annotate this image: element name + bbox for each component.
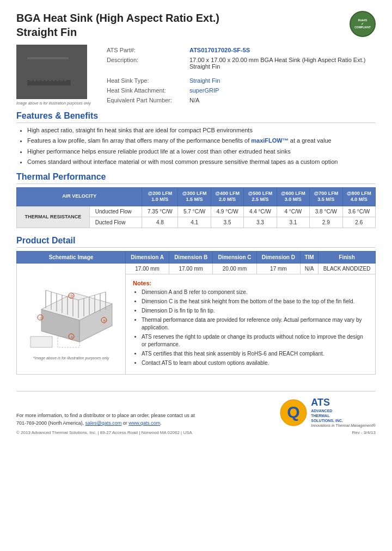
heat-sink-type-label: Heat Sink Type: bbox=[105, 76, 186, 85]
col3-header: @400 LFM2.0 M/S bbox=[211, 187, 243, 206]
col4-header: @500 LFM2.5 M/S bbox=[244, 187, 277, 206]
col1-header: @200 LFM1.0 M/S bbox=[142, 187, 178, 206]
ducted-val-3: 3.5 bbox=[211, 217, 243, 228]
schematic-image-cell: A B C D *Image above is fo bbox=[17, 263, 126, 374]
feature-item-3: Higher performance helps ensure reliable… bbox=[27, 148, 376, 156]
svg-text:Q: Q bbox=[287, 403, 300, 421]
dim-a-header: Dimension A bbox=[126, 251, 169, 263]
footer-copyright: © 2013 Advanced Thermal Solutions, Inc. … bbox=[16, 430, 195, 435]
rohs-text: RoHS✓COMPLIANT bbox=[354, 19, 371, 29]
ats-acronym: ATS bbox=[311, 397, 376, 408]
schematic-image-svg: A B C D bbox=[25, 266, 118, 353]
svg-text:A: A bbox=[71, 335, 73, 339]
spec-row-part-number: ATS Part#: ATS017017020-SF-5S bbox=[105, 46, 375, 54]
svg-rect-7 bbox=[53, 58, 55, 81]
product-title: BGA Heat Sink (High Aspect Ratio Ext.) S… bbox=[16, 11, 219, 39]
ducted-val-5: 3.1 bbox=[277, 217, 309, 228]
unducted-label: Unducted Flow bbox=[89, 206, 142, 217]
svg-rect-6 bbox=[49, 58, 51, 81]
svg-text:C: C bbox=[40, 316, 42, 320]
equivalent-part-value: N/A bbox=[187, 96, 375, 105]
notes-title: Notes: bbox=[133, 280, 368, 286]
dim-d-header: Dimension D bbox=[256, 251, 300, 263]
spec-row-spacer bbox=[105, 72, 375, 75]
svg-rect-8 bbox=[57, 58, 59, 81]
heat-sink-attachment-label: Heat Sink Attachment: bbox=[105, 86, 186, 95]
ducted-val-6: 2.9 bbox=[310, 217, 342, 228]
unducted-val-7: 3.6 °C/W bbox=[342, 206, 376, 217]
feature-item-4: Comes standard without interface materia… bbox=[27, 158, 376, 166]
air-velocity-header: AIR VELOCITY bbox=[17, 187, 142, 206]
thermal-resistance-label: THERMAL RESISTANCE bbox=[17, 206, 90, 228]
unducted-val-5: 4 °C/W bbox=[277, 206, 309, 217]
svg-text:B: B bbox=[103, 319, 106, 322]
svg-rect-4 bbox=[41, 58, 44, 81]
spec-row-equivalent: Equivalent Part Number: N/A bbox=[105, 96, 375, 105]
ducted-val-2: 4.1 bbox=[178, 217, 211, 228]
svg-rect-5 bbox=[45, 58, 47, 81]
product-detail-title: Product Detail bbox=[16, 236, 376, 248]
footer-contact-text: For more information, to find a distribu… bbox=[16, 412, 195, 427]
ducted-val-7: 2.6 bbox=[342, 217, 376, 228]
notes-section: Notes: Dimension A and B refer to compon… bbox=[128, 277, 372, 372]
unducted-val-2: 5.7 °C/W bbox=[178, 206, 211, 217]
svg-rect-36 bbox=[30, 336, 52, 347]
dim-b-header: Dimension B bbox=[169, 251, 213, 263]
dim-a-value: 17.00 mm bbox=[126, 263, 169, 274]
product-image-svg bbox=[19, 47, 84, 96]
footer: For more information, to find a distribu… bbox=[16, 391, 376, 435]
ats-tagline: Innovations in Thermal Management® bbox=[311, 423, 376, 428]
svg-rect-2 bbox=[34, 58, 36, 81]
ats-full-name: ADVANCEDTHERMALSOLUTIONS, INC. bbox=[311, 408, 376, 423]
footer-website-link[interactable]: www.qats.com bbox=[128, 420, 160, 426]
ats-logo: Q ATS ADVANCEDTHERMALSOLUTIONS, INC. Inn… bbox=[279, 397, 376, 428]
unducted-val-1: 7.35 °C/W bbox=[142, 206, 178, 217]
detail-header-row: Schematic Image Dimension A Dimension B … bbox=[17, 251, 376, 263]
ducted-val-4: 3.3 bbox=[244, 217, 277, 228]
dim-d-value: 17 mm bbox=[256, 263, 300, 274]
schematic-header: Schematic Image bbox=[17, 251, 126, 263]
col7-header: @800 LFM4.0 M/S bbox=[342, 187, 376, 206]
col2-header: @300 LFM1.5 M/S bbox=[178, 187, 211, 206]
dim-b-value: 17.00 mm bbox=[169, 263, 213, 274]
svg-text:D: D bbox=[71, 295, 74, 298]
feature-item-1: High aspect ratio, straight fin heat sin… bbox=[27, 126, 376, 134]
thermal-performance-table: AIR VELOCITY @200 LFM1.0 M/S @300 LFM1.5… bbox=[16, 187, 376, 228]
spec-row-description: Description: 17.00 x 17.00 x 20.00 mm BG… bbox=[105, 56, 375, 71]
note-2: Dimension C is the heat sink height from… bbox=[142, 298, 368, 305]
ducted-val-1: 4.8 bbox=[142, 217, 178, 228]
spec-row-attachment: Heat Sink Attachment: superGRIP bbox=[105, 86, 375, 95]
notes-list: Dimension A and B refer to component siz… bbox=[133, 289, 368, 367]
product-title-text: BGA Heat Sink (High Aspect Ratio Ext.) S… bbox=[16, 11, 219, 39]
finish-value: BLACK ANODIZED bbox=[318, 263, 376, 274]
heat-sink-type-value: Straight Fin bbox=[187, 76, 375, 85]
thermal-performance-title: Thermal Performance bbox=[16, 172, 376, 184]
note-5: ATS reserves the right to update or chan… bbox=[142, 333, 368, 348]
page-number: Rev - 3/4/13 bbox=[279, 430, 376, 435]
ducted-label: Ducted Flow bbox=[89, 217, 142, 228]
feature-item-2: Features a low profile, slam fin array t… bbox=[27, 137, 376, 145]
description-value: 17.00 x 17.00 x 20.00 mm BGA Heat Sink (… bbox=[187, 56, 375, 71]
note-4: Thermal performance data are provided fo… bbox=[142, 316, 368, 332]
product-image-box bbox=[16, 45, 87, 99]
heat-sink-attachment-value: superGRIP bbox=[187, 86, 375, 95]
product-info-section: Image above is for illustration purposes… bbox=[16, 45, 376, 106]
note-1: Dimension A and B refer to component siz… bbox=[142, 289, 368, 296]
svg-rect-9 bbox=[60, 58, 63, 81]
rohs-badge: RoHS✓COMPLIANT bbox=[350, 11, 376, 37]
footer-email-link[interactable]: sales@qats.com bbox=[85, 420, 122, 426]
product-image-caption: Image above is for illustration purposes… bbox=[16, 101, 93, 105]
unducted-flow-row: THERMAL RESISTANCE Unducted Flow 7.35 °C… bbox=[17, 206, 376, 217]
description-label: Description: bbox=[105, 56, 186, 71]
svg-rect-11 bbox=[27, 57, 69, 59]
unducted-val-3: 4.9 °C/W bbox=[211, 206, 243, 217]
svg-rect-1 bbox=[30, 58, 32, 81]
part-number-label: ATS Part#: bbox=[105, 46, 186, 54]
col6-header: @700 LFM3.5 M/S bbox=[310, 187, 342, 206]
dim-c-value: 20.00 mm bbox=[213, 263, 256, 274]
features-section-title: Features & Benefits bbox=[16, 111, 376, 123]
spec-table: ATS Part#: ATS017017020-SF-5S Descriptio… bbox=[103, 45, 376, 106]
svg-rect-3 bbox=[38, 58, 40, 81]
tim-header: TIM bbox=[301, 251, 318, 263]
dim-c-header: Dimension C bbox=[213, 251, 256, 263]
